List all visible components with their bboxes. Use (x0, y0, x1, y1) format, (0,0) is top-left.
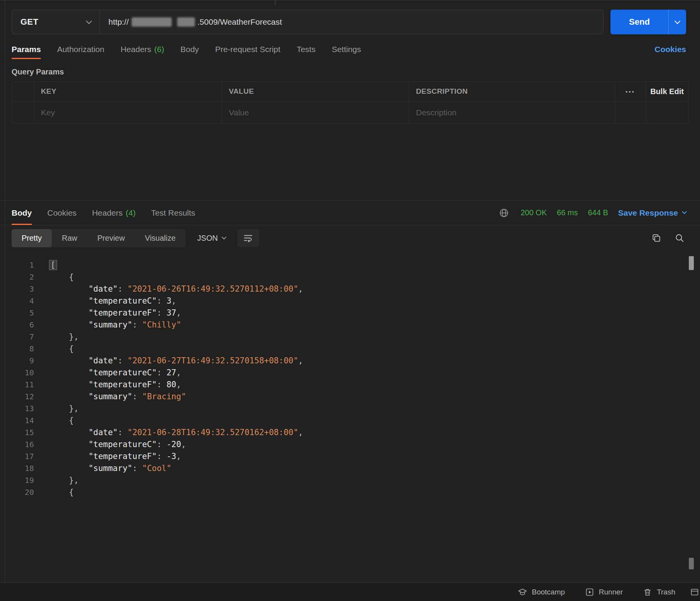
chevron-down-icon (682, 209, 687, 214)
method-select[interactable]: GET (12, 10, 100, 34)
status-badge: 200 OK (521, 208, 547, 217)
format-label: JSON (197, 234, 218, 243)
key-field[interactable] (41, 108, 215, 117)
tab-label: Tests (297, 45, 316, 54)
runner-label: Runner (599, 588, 623, 596)
tab-label: Authorization (57, 45, 105, 54)
row-handle-cell (12, 82, 34, 101)
url-group: GET http://.5009/WeatherForecast (12, 10, 604, 34)
request-tabs: Params Authorization Headers (6) Body Pr… (12, 38, 686, 61)
bootcamp-label: Bootcamp (532, 588, 565, 596)
method-label: GET (20, 17, 39, 27)
wrap-text-button[interactable] (237, 229, 259, 247)
sidebar-edge-divider (5, 0, 5, 583)
code-line: 2{ (0, 271, 700, 283)
code-line: 18"summary": "Cool" (0, 463, 700, 474)
response-tab-body[interactable]: Body (12, 201, 32, 225)
url-suffix: .5009/WeatherForecast (198, 17, 282, 27)
headers-count-badge: (6) (154, 45, 164, 54)
tab-pre-request-script[interactable]: Pre-request Script (215, 38, 280, 61)
toolbar-right (650, 231, 686, 245)
table-header-row: KEY VALUE DESCRIPTION ••• Bulk Edit (12, 81, 688, 101)
format-select[interactable]: JSON (197, 234, 226, 243)
code-line: 16"temperatureC": -20, (0, 439, 700, 451)
code-line: 11"temperatureF": 80, (0, 379, 700, 391)
runner-button[interactable]: Runner (585, 587, 623, 597)
send-button[interactable]: Send (610, 10, 668, 34)
postman-app: GET http://.5009/WeatherForecast Send Pa… (0, 0, 700, 601)
redacted-segment (132, 17, 172, 27)
wrap-text-icon (243, 233, 253, 243)
request-tab-divider (275, 0, 276, 5)
code-line: 17"temperatureF": -3, (0, 451, 700, 463)
cookies-link[interactable]: Cookies (654, 38, 686, 61)
tab-label: Headers (120, 45, 151, 54)
view-mode-pretty[interactable]: Pretty (12, 229, 52, 247)
tab-label: Headers (92, 208, 122, 218)
tab-authorization[interactable]: Authorization (57, 38, 105, 61)
response-section: Body Cookies Headers (4) Test Results 20… (0, 200, 700, 582)
params-empty-area (0, 124, 700, 200)
tab-label: Pre-request Script (215, 45, 280, 54)
more-actions-icon[interactable]: ••• (626, 88, 635, 95)
code-line: 1[ (0, 259, 700, 271)
save-response-button[interactable]: Save Response (618, 208, 686, 218)
redacted-segment (177, 17, 195, 27)
graduation-cap-icon (518, 587, 527, 597)
tab-params[interactable]: Params (12, 38, 41, 61)
tab-label: Body (181, 45, 199, 54)
description-field[interactable] (416, 108, 608, 117)
code-line: 6"summary": "Chilly" (0, 319, 700, 331)
code-line: 5"temperatureF": 37, (0, 307, 700, 319)
bootcamp-button[interactable]: Bootcamp (518, 587, 565, 597)
tab-settings[interactable]: Settings (332, 38, 361, 61)
code-editor-lines: 1[2{3"date": "2021-06-26T16:49:32.527011… (0, 259, 700, 498)
tab-headers[interactable]: Headers (6) (120, 38, 164, 61)
code-line: 13}, (0, 403, 700, 415)
query-params-title: Query Params (12, 67, 688, 77)
copy-icon[interactable] (650, 231, 663, 245)
response-tab-headers[interactable]: Headers (4) (92, 201, 135, 225)
search-icon[interactable] (673, 231, 686, 245)
panel-toggle-icon[interactable] (690, 587, 699, 597)
tab-tests[interactable]: Tests (297, 38, 316, 61)
url-input[interactable]: http://.5009/WeatherForecast (100, 10, 603, 34)
view-mode-visualize[interactable]: Visualize (135, 229, 186, 247)
scrollbar-bottom-mark[interactable] (689, 558, 694, 569)
status-bar: Bootcamp Runner Trash (0, 582, 700, 601)
code-line: 12"summary": "Bracing" (0, 391, 700, 403)
code-line: 19}, (0, 474, 700, 486)
bulk-edit-button[interactable]: Bulk Edit (650, 87, 684, 96)
response-toolbar: Pretty Raw Preview Visualize JSON (0, 225, 700, 251)
response-meta: 200 OK 66 ms 644 B Save Response (497, 201, 686, 225)
send-split-button: Send (610, 10, 686, 34)
view-mode-preview[interactable]: Preview (87, 229, 135, 247)
code-line: 10"temperatureC": 27, (0, 367, 700, 379)
network-globe-icon[interactable] (497, 206, 511, 219)
response-body-editor[interactable]: 1[2{3"date": "2021-06-26T16:49:32.527011… (0, 251, 700, 582)
code-line: 3"date": "2021-06-26T16:49:32.5270112+08… (0, 283, 700, 295)
code-line: 9"date": "2021-06-27T16:49:32.5270158+08… (0, 355, 700, 367)
view-mode-raw[interactable]: Raw (52, 229, 87, 247)
response-tab-test-results[interactable]: Test Results (151, 201, 195, 225)
top-strip (0, 0, 700, 5)
value-field[interactable] (229, 108, 402, 117)
save-response-label: Save Response (618, 208, 678, 218)
code-line: 20{ (0, 486, 700, 498)
chevron-down-icon (675, 18, 681, 24)
tab-body[interactable]: Body (181, 38, 199, 61)
send-options-button[interactable] (668, 10, 686, 34)
tab-label: Params (12, 45, 41, 54)
response-tab-cookies[interactable]: Cookies (47, 201, 77, 225)
code-line: 7}, (0, 331, 700, 343)
trash-button[interactable]: Trash (643, 587, 675, 597)
response-tabs: Body Cookies Headers (4) Test Results 20… (0, 201, 700, 225)
column-header-description: DESCRIPTION (416, 87, 468, 96)
scrollbar-thumb[interactable] (689, 256, 694, 270)
tab-label: Cookies (47, 208, 77, 218)
chevron-down-icon (86, 18, 92, 24)
tab-label: Settings (332, 45, 361, 54)
runner-icon (585, 587, 594, 597)
code-line: 15"date": "2021-06-28T16:49:32.5270162+0… (0, 427, 700, 439)
view-mode-switcher: Pretty Raw Preview Visualize (12, 229, 186, 247)
